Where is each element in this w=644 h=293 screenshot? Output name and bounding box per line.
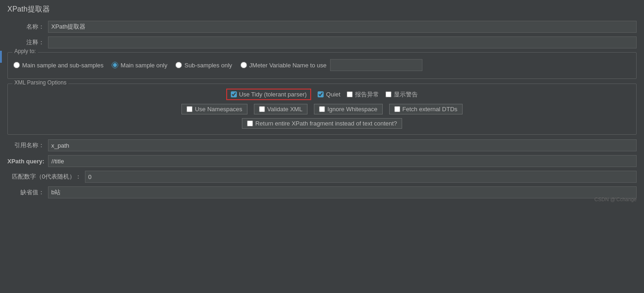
radio-main-only-input[interactable] [112,62,118,68]
ref-name-input[interactable] [48,139,637,151]
match-num-label: 匹配数字（0代表随机）： [7,173,81,181]
match-num-row: 匹配数字（0代表随机）： [7,171,637,183]
use-ns-label: Use Namespaces [195,106,242,113]
default-row: 缺省值： [7,186,637,198]
radio-main-and-sub-input[interactable] [13,62,20,68]
use-tidy-label: Use Tidy (tolerant parser) [239,91,307,98]
use-ns-checkbox-group[interactable]: Use Namespaces [181,104,247,114]
radio-sub-only[interactable]: Sub-samples only [175,62,232,69]
xml-row1: Use Tidy (tolerant parser) Quiet 报告异常 显示… [13,89,631,100]
xml-options-section: XML Parsing Options Use Tidy (tolerant p… [7,84,637,135]
default-input[interactable] [48,186,637,198]
use-tidy-checkbox[interactable] [231,91,237,97]
ref-name-label: 引用名称： [7,141,44,149]
radio-main-and-sub-label: Main sample and sub-samples [22,62,103,69]
radio-jmeter-var-label: JMeter Variable Name to use [249,62,326,69]
radio-jmeter-var[interactable]: JMeter Variable Name to use [241,62,326,69]
comment-input[interactable] [48,36,637,48]
radio-main-only-label: Main sample only [120,62,167,69]
fetch-dtd-checkbox[interactable] [394,106,400,112]
radio-sub-only-label: Sub-samples only [184,62,232,69]
return-fragment-checkbox-group[interactable]: Return entire XPath fragment instead of … [242,118,402,129]
name-row: 名称： [7,21,637,33]
validate-checkbox[interactable] [259,106,265,112]
radio-sub-only-input[interactable] [175,62,182,68]
comment-row: 注释： [7,36,637,48]
xpath-query-row: XPath query: [7,155,637,167]
xpath-query-input[interactable] [48,155,637,167]
return-fragment-checkbox[interactable] [247,120,253,126]
page-title: XPath提取器 [7,5,637,14]
watermark: CSDN @'Cchange [594,197,637,202]
default-label: 缺省值： [7,188,44,197]
jmeter-var-input[interactable] [330,59,422,71]
ignore-ws-label: Ignore Whitespace [327,106,377,113]
use-ns-checkbox[interactable] [187,106,193,112]
name-input[interactable] [48,21,637,33]
use-tidy-checkbox-group[interactable]: Use Tidy (tolerant parser) [226,89,312,100]
apply-to-options: Main sample and sub-samples Main sample … [13,56,631,74]
show-warnings-label: 显示警告 [394,90,418,99]
return-fragment-label: Return entire XPath fragment instead of … [255,120,397,127]
left-accent-bar [0,51,2,63]
report-errors-label: 报告异常 [355,90,379,99]
xml-options-legend: XML Parsing Options [12,79,68,86]
apply-to-legend: Apply to: [12,48,38,54]
apply-to-section: Apply to: Main sample and sub-samples Ma… [7,52,637,79]
ref-name-row: 引用名称： [7,139,637,151]
show-warnings-checkbox[interactable] [385,91,391,97]
report-errors-checkbox-group[interactable]: 报告异常 [347,90,379,99]
radio-main-and-sub[interactable]: Main sample and sub-samples [13,62,103,69]
report-errors-checkbox[interactable] [347,91,353,97]
validate-label: Validate XML [267,106,302,113]
match-num-input[interactable] [85,171,637,183]
xml-row2: Use Namespaces Validate XML Ignore White… [13,104,631,114]
xml-row3: Return entire XPath fragment instead of … [13,118,631,129]
fetch-dtd-label: Fetch external DTDs [403,106,457,113]
quiet-checkbox[interactable] [318,91,324,97]
name-label: 名称： [7,23,44,31]
comment-label: 注释： [7,38,44,47]
validate-checkbox-group[interactable]: Validate XML [254,104,307,114]
radio-main-only[interactable]: Main sample only [112,62,167,69]
xpath-query-label: XPath query: [7,158,44,165]
quiet-checkbox-group[interactable]: Quiet [318,91,340,98]
quiet-label: Quiet [326,91,340,98]
ignore-ws-checkbox[interactable] [319,106,325,112]
show-warnings-checkbox-group[interactable]: 显示警告 [385,90,418,99]
fetch-dtd-checkbox-group[interactable]: Fetch external DTDs [389,104,463,114]
radio-jmeter-var-input[interactable] [241,62,247,68]
ignore-ws-checkbox-group[interactable]: Ignore Whitespace [314,104,382,114]
